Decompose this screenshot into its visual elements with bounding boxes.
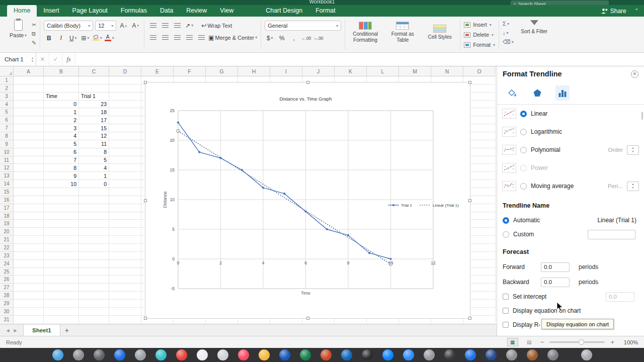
format-as-table-button[interactable]: Format as Table (386, 20, 419, 43)
sheet-nav-right-icon[interactable]: ▶ (12, 328, 19, 333)
select-all-corner[interactable] (0, 66, 14, 76)
row-header-30[interactable]: 30 (0, 308, 14, 316)
cell-A1[interactable] (14, 76, 44, 84)
formula-input[interactable] (75, 53, 644, 66)
dock-icon-mail[interactable] (465, 349, 476, 360)
cell-A3[interactable] (14, 93, 44, 101)
cell-D4[interactable] (109, 101, 141, 109)
cell-D26[interactable] (109, 276, 141, 284)
tab-review[interactable]: Review (180, 5, 213, 17)
copy-button[interactable]: ⧉ (32, 30, 36, 37)
dock-icon-app-store[interactable] (114, 349, 125, 360)
align-bottom-button[interactable] (172, 21, 182, 30)
cell-C24[interactable] (79, 260, 109, 268)
zoom-in-button[interactable]: + (610, 338, 614, 346)
cell-D5[interactable] (109, 108, 141, 116)
row-header-12[interactable]: 12 (0, 164, 14, 172)
search-box[interactable]: ⌕ Search Sheet (511, 1, 609, 5)
merge-center-button[interactable]: ▣Merge & Center▾ (208, 33, 257, 42)
font-name-select[interactable]: Calibri (Body)▾ (44, 21, 93, 31)
chart-resize-handle[interactable] (468, 81, 471, 84)
align-center-button[interactable] (160, 33, 170, 42)
chart-object[interactable]: 2520151050-5024681012Distance vs. Time G… (145, 82, 470, 319)
cell-D23[interactable] (109, 252, 141, 260)
dock-icon-siri[interactable] (135, 349, 146, 360)
cell-C8[interactable]: 12 (79, 132, 109, 140)
trendline-option-moving-average[interactable]: Moving averagePeri...▲▼ (497, 177, 644, 195)
cell-B10[interactable]: 6 (44, 148, 79, 156)
cell-A20[interactable] (14, 228, 44, 236)
autosum-button[interactable]: Σ▾ (503, 20, 514, 27)
fill-line-tab[interactable] (505, 85, 519, 101)
align-top-button[interactable] (148, 21, 158, 30)
row-header-15[interactable]: 15 (0, 188, 14, 196)
cell-C18[interactable] (79, 212, 109, 220)
cell-B13[interactable]: 9 (44, 172, 79, 180)
currency-button[interactable]: $▾ (265, 33, 275, 43)
cell-A26[interactable] (14, 276, 44, 284)
dock-icon-books[interactable] (527, 349, 538, 360)
cell-B12[interactable]: 8 (44, 164, 79, 172)
increase-indent-button[interactable] (196, 33, 206, 42)
borders-button[interactable]: ⊞▾ (80, 33, 90, 43)
tab-chart-design[interactable]: Chart Design (259, 5, 309, 17)
dock-icon-calendar[interactable] (197, 349, 208, 360)
cell-C7[interactable]: 15 (79, 124, 109, 132)
cell-A5[interactable] (14, 108, 44, 116)
align-left-button[interactable] (148, 33, 158, 42)
linear-radio[interactable] (520, 111, 527, 117)
format-button[interactable]: Format▾ (464, 41, 495, 49)
cell-D13[interactable] (109, 172, 141, 180)
cell-A14[interactable] (14, 180, 44, 188)
close-icon[interactable]: ✕ (631, 70, 638, 78)
add-sheet-button[interactable]: + (60, 326, 73, 334)
cell-D31[interactable] (109, 316, 141, 324)
column-header-D[interactable]: D (109, 66, 141, 76)
chart-resize-handle[interactable] (306, 81, 309, 84)
cell-C15[interactable] (79, 188, 109, 196)
dock-icon-music[interactable] (238, 349, 249, 360)
cell-C3[interactable]: Trial 1 (79, 93, 109, 101)
cell-A4[interactable] (14, 101, 44, 109)
row-header-29[interactable]: 29 (0, 300, 14, 308)
cell-A10[interactable] (14, 148, 44, 156)
cell-D21[interactable] (109, 236, 141, 244)
row-header-26[interactable]: 26 (0, 276, 14, 284)
set-intercept-option[interactable]: Set intercept 0.0 (497, 290, 644, 304)
dock-icon-chrome[interactable] (176, 349, 187, 360)
cell-C28[interactable] (79, 292, 109, 300)
dock-icon-preview[interactable] (424, 349, 435, 360)
dock-icon-excel[interactable] (300, 349, 311, 360)
cell-D20[interactable] (109, 228, 141, 236)
cell-B19[interactable] (44, 220, 79, 228)
cell-C19[interactable] (79, 220, 109, 228)
chart-resize-handle[interactable] (306, 317, 309, 320)
cell-B21[interactable] (44, 236, 79, 244)
row-header-3[interactable]: 3 (0, 93, 14, 101)
cell-B27[interactable] (44, 284, 79, 292)
cell-D6[interactable] (109, 116, 141, 124)
cancel-icon[interactable]: ✕ (36, 53, 49, 66)
display-equation-checkbox[interactable] (503, 308, 509, 314)
cell-C11[interactable]: 5 (79, 156, 109, 164)
cell-C13[interactable]: 1 (79, 172, 109, 180)
row-header-10[interactable]: 10 (0, 148, 14, 156)
cell-C22[interactable] (79, 244, 109, 252)
paste-button[interactable]: Paste▾ (8, 18, 29, 51)
orientation-button[interactable]: ↗▾ (184, 21, 194, 30)
dock-icon-messages[interactable] (155, 349, 167, 360)
cell-B29[interactable] (44, 300, 79, 308)
cell-B30[interactable] (44, 308, 79, 316)
cell-C31[interactable] (79, 316, 109, 324)
row-header-17[interactable]: 17 (0, 204, 14, 212)
name-box-stepper[interactable]: ▲▼ (31, 56, 36, 63)
cell-C23[interactable] (79, 252, 109, 260)
cell-B28[interactable] (44, 292, 79, 300)
cell-D14[interactable] (109, 180, 141, 188)
row-header-31[interactable]: 31 (0, 316, 14, 324)
column-header-L[interactable]: L (367, 66, 399, 76)
column-header-K[interactable]: K (335, 66, 367, 76)
cell-B20[interactable] (44, 228, 79, 236)
cell-C30[interactable] (79, 308, 109, 316)
tab-home[interactable]: Home (7, 5, 37, 17)
